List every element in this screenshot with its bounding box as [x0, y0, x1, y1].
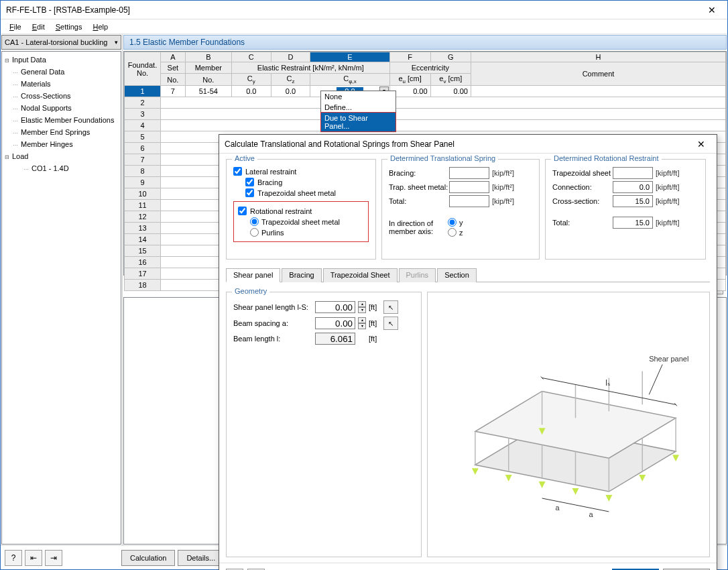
radio-axis-z[interactable]: z: [448, 228, 463, 237]
col-f[interactable]: F: [389, 52, 430, 62]
row-hdr[interactable]: 2: [125, 97, 161, 109]
row-hdr[interactable]: 15: [125, 245, 161, 257]
menubar: File Edit Settings Help: [1, 19, 727, 34]
svg-marker-17: [605, 495, 612, 502]
menu-edit[interactable]: Edit: [27, 21, 50, 32]
menu-settings[interactable]: Settings: [51, 21, 87, 32]
dialog-title: Calculate Translational and Rotational S…: [225, 139, 691, 149]
dd-none[interactable]: None: [321, 91, 396, 102]
chk-lateral[interactable]: Lateral restraint: [233, 167, 369, 176]
cell-member[interactable]: 51-54: [185, 86, 231, 97]
tree-root[interactable]: Input Data: [3, 54, 119, 66]
row-hdr[interactable]: 12: [125, 211, 161, 223]
row-hdr[interactable]: 8: [125, 166, 161, 177]
radio-axis-y[interactable]: y: [448, 218, 463, 227]
spinner-icon[interactable]: ▴▾: [358, 301, 366, 313]
cell-set[interactable]: 7: [161, 86, 186, 97]
group-active: Active Lateral restraint Bracing Trapezo…: [226, 159, 376, 260]
tree-springs[interactable]: Member End Springs: [3, 127, 119, 139]
col-h[interactable]: H: [471, 52, 726, 62]
tree-load-co1[interactable]: CO1 - 1.4D: [3, 163, 119, 175]
dialog-titlebar: Calculate Translational and Rotational S…: [219, 135, 717, 154]
tree-elastic[interactable]: Elastic Member Foundations: [3, 115, 119, 127]
tree-load[interactable]: Load: [3, 151, 119, 163]
cell-comment[interactable]: [471, 86, 726, 97]
row-hdr[interactable]: 3: [125, 109, 161, 120]
trans-bracing-val: [449, 167, 489, 179]
menu-file[interactable]: File: [5, 21, 26, 32]
panel-title: 1.5 Elastic Member Foundations: [123, 35, 727, 50]
tree-hinges[interactable]: Member Hinges: [3, 139, 119, 151]
chk-trap[interactable]: Trapezoidal sheet metal: [245, 188, 369, 197]
dd-define[interactable]: Define...: [321, 102, 396, 113]
tab-bracing[interactable]: Bracing: [282, 268, 321, 282]
rot-cross-val: [613, 195, 653, 207]
col-c[interactable]: C: [231, 52, 271, 62]
cphi-dropdown[interactable]: None Define... Due to Shear Panel...: [320, 91, 396, 132]
geom-spacing-input[interactable]: [315, 317, 355, 329]
svg-text:Shear panel: Shear panel: [649, 354, 688, 362]
svg-marker-18: [639, 475, 646, 481]
geom-len-input[interactable]: [315, 301, 355, 313]
calculation-button[interactable]: Calculation: [121, 550, 175, 566]
tree-nodal[interactable]: Nodal Supports: [3, 103, 119, 115]
row-hdr[interactable]: 10: [125, 188, 161, 200]
row-hdr[interactable]: 7: [125, 154, 161, 166]
tab-section[interactable]: Section: [437, 268, 477, 282]
pick-spacing-button[interactable]: ↖: [383, 317, 398, 330]
row-hdr[interactable]: 11: [125, 200, 161, 211]
case-combo[interactable]: CA1 - Lateral-torsional buckling ▾: [1, 35, 121, 50]
pick-length-button[interactable]: ↖: [383, 300, 398, 314]
h-setno: No.: [161, 74, 186, 86]
menu-help[interactable]: Help: [88, 21, 113, 32]
row-hdr[interactable]: 17: [125, 268, 161, 280]
tab-trap[interactable]: Trapezoidal Sheet: [323, 268, 398, 282]
tree-materials[interactable]: Materials: [3, 78, 119, 91]
row-hdr[interactable]: 4: [125, 120, 161, 131]
window-title: RF-FE-LTB - [RSTAB-Example-05]: [6, 5, 702, 15]
row-hdr[interactable]: 16: [125, 257, 161, 268]
radio-purlins[interactable]: Purlins: [250, 228, 364, 237]
col-b[interactable]: B: [185, 52, 231, 62]
dd-shear-panel[interactable]: Due to Shear Panel...: [320, 112, 396, 132]
close-button[interactable]: ✕: [702, 3, 722, 17]
prev-button[interactable]: ⇤: [25, 550, 42, 566]
group-geometry: Geometry Shear panel length l-S: ▴▾ [ft]…: [226, 292, 422, 557]
h-cz: Cz: [271, 74, 310, 86]
svg-text:a: a: [555, 504, 560, 512]
help-button[interactable]: ?: [5, 550, 22, 566]
cell-cz[interactable]: 0.0: [271, 86, 310, 97]
nav-tree[interactable]: Input Data General Data Materials Cross-…: [1, 51, 121, 545]
combo-text: CA1 - Lateral-torsional buckling: [5, 38, 107, 46]
h-ecc: Eccentricity: [389, 62, 471, 74]
row-1-hdr[interactable]: 1: [125, 86, 161, 97]
h-ev: ev [cm]: [430, 74, 471, 86]
cell-cy[interactable]: 0.0: [231, 86, 271, 97]
row-hdr[interactable]: 18: [125, 280, 161, 291]
trans-trap-val: [449, 181, 489, 193]
col-g[interactable]: G: [430, 52, 471, 62]
col-d[interactable]: D: [271, 52, 310, 62]
tab-shear-panel[interactable]: Shear panel: [226, 268, 280, 282]
details-button[interactable]: Details...: [178, 550, 224, 566]
combo-arrow-icon: ▾: [115, 39, 118, 46]
tree-general[interactable]: General Data: [3, 66, 119, 78]
row-hdr[interactable]: 6: [125, 143, 161, 154]
h-elastic: Elastic Restraint [kN/m², kNm/m]: [231, 62, 389, 74]
next-button[interactable]: ⇥: [45, 550, 62, 566]
tree-cross[interactable]: Cross-Sections: [3, 91, 119, 103]
col-e[interactable]: E: [310, 52, 389, 62]
row-hdr[interactable]: 9: [125, 177, 161, 188]
spinner-icon[interactable]: ▴▾: [358, 317, 366, 329]
row-hdr[interactable]: 13: [125, 223, 161, 234]
left-panel: CA1 - Lateral-torsional buckling ▾ Input…: [1, 34, 123, 545]
chk-bracing[interactable]: Bracing: [245, 178, 369, 186]
row-hdr[interactable]: 5: [125, 131, 161, 143]
shear-panel-diagram: lₛ a a Shear panel: [435, 306, 703, 544]
chk-rotational[interactable]: Rotational restraint: [238, 207, 364, 215]
row-hdr[interactable]: 14: [125, 234, 161, 245]
cell-ev[interactable]: 0.00: [430, 86, 471, 97]
dialog-close-button[interactable]: ✕: [691, 137, 711, 151]
col-a[interactable]: A: [161, 52, 186, 62]
radio-trap[interactable]: Trapezoidal sheet metal: [250, 217, 364, 226]
